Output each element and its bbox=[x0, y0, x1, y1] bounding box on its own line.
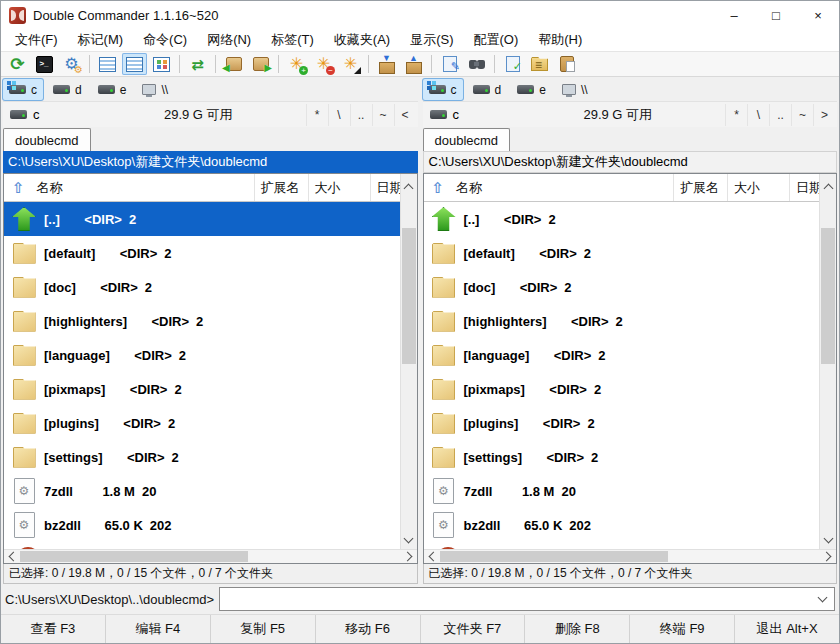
scroll-down-button[interactable] bbox=[820, 531, 836, 549]
file-row[interactable]: bz2 dll 65.0 K 202 bbox=[424, 508, 820, 542]
file-row[interactable]: [highlighters] <DIR> 2 bbox=[424, 304, 820, 338]
column-header-date[interactable]: 日期 bbox=[371, 174, 400, 201]
file-row[interactable]: [highlighters] <DIR> 2 bbox=[4, 304, 400, 338]
close-button[interactable]: × bbox=[797, 1, 839, 29]
drive-button[interactable]: c bbox=[3, 79, 43, 100]
scroll-right-button[interactable] bbox=[820, 550, 836, 563]
path-shortcut-button[interactable]: * bbox=[725, 104, 747, 126]
terminal-icon[interactable] bbox=[32, 53, 57, 75]
file-row[interactable]: [language] <DIR> 2 bbox=[4, 338, 400, 372]
minimize-button[interactable]: – bbox=[713, 1, 755, 29]
path-shortcut-button[interactable]: .. bbox=[769, 104, 791, 126]
column-header-size[interactable]: 大小 bbox=[309, 174, 371, 201]
drive-button[interactable]: e bbox=[511, 79, 552, 100]
file-row[interactable]: 7z dll 1.8 M 20 bbox=[4, 474, 400, 508]
file-row[interactable]: [doc] <DIR> 2 bbox=[424, 270, 820, 304]
file-row[interactable]: [plugins] <DIR> 2 bbox=[424, 406, 820, 440]
drive-button[interactable]: e bbox=[92, 79, 133, 100]
function-key-button[interactable]: 终端 F9 bbox=[630, 615, 735, 643]
scroll-thumb[interactable] bbox=[440, 551, 668, 562]
drive-button[interactable]: \\ bbox=[556, 79, 594, 100]
refresh-icon[interactable] bbox=[5, 53, 30, 75]
path-shortcut-button[interactable]: ~ bbox=[791, 104, 813, 126]
favorites-add-icon[interactable] bbox=[284, 53, 309, 75]
function-key-button[interactable]: 删除 F8 bbox=[525, 615, 630, 643]
scroll-left-button[interactable] bbox=[424, 550, 440, 563]
file-row[interactable]: [language] <DIR> 2 bbox=[424, 338, 820, 372]
left-path-bar[interactable]: C:\Users\XU\Desktop\新建文件夹\doublecmd bbox=[3, 151, 418, 173]
drive-button[interactable]: d bbox=[467, 79, 508, 100]
go-forward-icon[interactable] bbox=[248, 53, 273, 75]
file-row[interactable]: [pixmaps] <DIR> 2 bbox=[4, 372, 400, 406]
scroll-up-button[interactable] bbox=[820, 174, 836, 198]
scroll-left-button[interactable] bbox=[4, 550, 20, 563]
path-shortcut-button[interactable]: > bbox=[813, 104, 835, 126]
scroll-right-button[interactable] bbox=[401, 550, 417, 563]
scroll-thumb[interactable] bbox=[20, 551, 248, 562]
current-drive[interactable]: c bbox=[423, 107, 511, 122]
column-header-name[interactable]: ⇧名称 bbox=[4, 174, 255, 201]
menu-item[interactable]: 网络(N) bbox=[197, 29, 261, 51]
menu-item[interactable]: 显示(S) bbox=[400, 29, 463, 51]
menu-item[interactable]: 标签(T) bbox=[261, 29, 324, 51]
search-icon[interactable] bbox=[464, 53, 489, 75]
file-row[interactable]: [default] <DIR> 2 bbox=[424, 236, 820, 270]
scroll-up-button[interactable] bbox=[401, 174, 417, 198]
drive-button[interactable]: \\ bbox=[136, 79, 174, 100]
multi-rename-icon[interactable] bbox=[437, 53, 462, 75]
view-brief-icon[interactable] bbox=[95, 53, 120, 75]
right-path-bar[interactable]: C:\Users\XU\Desktop\新建文件夹\doublecmd bbox=[423, 151, 838, 173]
file-row[interactable]: [settings] <DIR> 2 bbox=[4, 440, 400, 474]
path-shortcut-button[interactable]: ~ bbox=[372, 104, 394, 126]
options-icon[interactable] bbox=[59, 53, 84, 75]
tab-doublecmd[interactable]: doublecmd bbox=[423, 128, 511, 151]
function-key-button[interactable]: 移动 F6 bbox=[316, 615, 421, 643]
file-row[interactable]: [settings] <DIR> 2 bbox=[424, 440, 820, 474]
tab-doublecmd[interactable]: doublecmd bbox=[3, 128, 91, 151]
column-header-name[interactable]: ⇧名称 bbox=[424, 174, 675, 201]
function-key-button[interactable]: 复制 F5 bbox=[211, 615, 316, 643]
horizontal-scrollbar[interactable] bbox=[4, 549, 417, 563]
scroll-track[interactable] bbox=[401, 198, 417, 531]
path-shortcut-button[interactable]: .. bbox=[350, 104, 372, 126]
swap-panels-icon[interactable] bbox=[185, 53, 210, 75]
favorites-menu-icon[interactable] bbox=[338, 53, 363, 75]
scroll-down-button[interactable] bbox=[401, 531, 417, 549]
column-header-ext[interactable]: 扩展名 bbox=[674, 174, 728, 201]
file-row[interactable]: [doc] <DIR> 2 bbox=[4, 270, 400, 304]
function-key-button[interactable]: 文件夹 F7 bbox=[421, 615, 526, 643]
file-row[interactable]: 7z dll 1.8 M 20 bbox=[424, 474, 820, 508]
column-header-ext[interactable]: 扩展名 bbox=[255, 174, 309, 201]
path-shortcut-button[interactable]: \ bbox=[747, 104, 769, 126]
scroll-track[interactable] bbox=[820, 198, 836, 531]
file-row[interactable]: [plugins] <DIR> 2 bbox=[4, 406, 400, 440]
command-input[interactable] bbox=[220, 588, 819, 610]
menu-item[interactable]: 标记(M) bbox=[68, 29, 134, 51]
file-row[interactable]: [pixmaps] <DIR> 2 bbox=[424, 372, 820, 406]
horizontal-scrollbar[interactable] bbox=[424, 549, 837, 563]
command-history-dropdown-icon[interactable] bbox=[818, 593, 828, 603]
path-shortcut-button[interactable]: * bbox=[306, 104, 328, 126]
favorites-remove-icon[interactable] bbox=[311, 53, 336, 75]
pack-icon[interactable] bbox=[374, 53, 399, 75]
copy-to-clipboard-icon[interactable] bbox=[554, 53, 579, 75]
file-row[interactable]: [..] <DIR> 2 bbox=[4, 202, 400, 236]
scroll-thumb[interactable] bbox=[402, 228, 416, 365]
view-thumbnails-icon[interactable] bbox=[149, 53, 174, 75]
maximize-button[interactable]: □ bbox=[755, 1, 797, 29]
file-row[interactable]: bz2 dll 65.0 K 202 bbox=[4, 508, 400, 542]
extract-icon[interactable] bbox=[401, 53, 426, 75]
function-key-button[interactable]: 查看 F3 bbox=[1, 615, 106, 643]
function-key-button[interactable]: 退出 Alt+X bbox=[735, 615, 839, 643]
column-header-size[interactable]: 大小 bbox=[728, 174, 790, 201]
menu-item[interactable]: 配置(O) bbox=[464, 29, 529, 51]
column-header-date[interactable]: 日期 bbox=[790, 174, 819, 201]
file-row[interactable]: [default] <DIR> 2 bbox=[4, 236, 400, 270]
menu-item[interactable]: 文件(F) bbox=[5, 29, 68, 51]
scroll-thumb[interactable] bbox=[821, 228, 835, 365]
path-shortcut-button[interactable]: \ bbox=[328, 104, 350, 126]
scroll-track[interactable] bbox=[20, 550, 401, 563]
function-key-button[interactable]: 编辑 F4 bbox=[106, 615, 211, 643]
path-shortcut-button[interactable]: < bbox=[394, 104, 416, 126]
drive-button[interactable]: d bbox=[47, 79, 88, 100]
